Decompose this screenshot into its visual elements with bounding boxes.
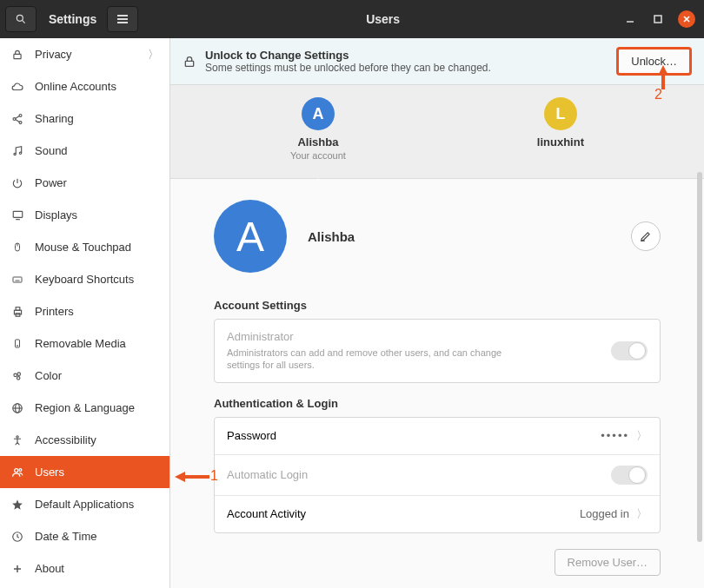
banner-sub: Some settings must be unlocked before th… — [205, 62, 491, 74]
profile-avatar: A — [214, 200, 287, 273]
sidebar-item-users[interactable]: Users — [0, 456, 169, 488]
printer-icon — [10, 306, 24, 318]
sidebar-item-about[interactable]: About — [0, 552, 169, 585]
sidebar-item-label: Date & Time — [35, 530, 97, 543]
sidebar-item-default-applications[interactable]: Default Applications — [0, 488, 169, 520]
svg-point-31 — [17, 346, 18, 347]
minimize-icon — [626, 15, 634, 23]
banner-text: Unlock to Change Settings Some settings … — [205, 49, 491, 74]
administrator-label: Administrator — [227, 330, 505, 343]
minimize-button[interactable] — [622, 11, 638, 27]
avatar: A — [302, 97, 335, 130]
svg-point-34 — [17, 376, 20, 380]
svg-point-38 — [17, 435, 18, 437]
sidebar-item-label: Color — [35, 369, 62, 382]
chevron-right-icon: 〉 — [636, 428, 648, 444]
sidebar-item-color[interactable]: Color — [0, 360, 169, 392]
auth-title: Authentication & Login — [214, 397, 661, 410]
close-icon — [682, 15, 691, 23]
svg-rect-28 — [16, 307, 20, 310]
user-card-linuxhint[interactable]: Llinuxhint — [537, 97, 584, 178]
content: Unlock to Change Settings Some settings … — [170, 38, 704, 588]
svg-rect-9 — [14, 54, 21, 58]
edit-name-button[interactable] — [631, 221, 661, 251]
palette-icon — [10, 370, 24, 382]
page-title: Users — [143, 12, 622, 26]
svg-line-14 — [16, 119, 20, 122]
user-name: Alishba — [297, 135, 338, 149]
lock-icon — [183, 55, 196, 69]
password-label: Password — [227, 429, 276, 442]
activity-value: Logged in — [580, 507, 629, 520]
sidebar-title: Settings — [49, 12, 96, 26]
close-button[interactable] — [678, 10, 695, 28]
sidebar-item-date-time[interactable]: Date & Time — [0, 520, 169, 552]
svg-line-13 — [16, 116, 20, 118]
lock-icon — [10, 49, 24, 61]
profile-row: A Alishba — [214, 200, 661, 273]
sidebar-item-accessibility[interactable]: Accessibility — [0, 424, 169, 456]
plus-icon — [10, 564, 24, 574]
sidebar-item-label: Keyboard Shortcuts — [35, 273, 134, 286]
sidebar-item-label: Displays — [35, 208, 77, 221]
activity-row[interactable]: Account Activity Logged in 〉 — [215, 496, 660, 532]
cloud-icon — [10, 81, 24, 93]
svg-point-39 — [14, 468, 17, 472]
sidebar-item-removable-media[interactable]: Removable Media — [0, 327, 169, 360]
banner-header: Unlock to Change Settings — [205, 49, 491, 62]
annotation-number-1: 1 — [210, 468, 218, 484]
window-controls — [622, 10, 704, 28]
accessibility-icon — [10, 434, 24, 446]
maximize-button[interactable] — [650, 11, 666, 27]
sidebar-item-label: Region & Language — [35, 401, 135, 414]
svg-rect-6 — [654, 16, 661, 23]
svg-point-32 — [14, 373, 17, 377]
unlock-banner: Unlock to Change Settings Some settings … — [170, 38, 704, 85]
sidebar-item-label: Users — [35, 466, 64, 479]
globe-icon — [10, 402, 24, 414]
password-row[interactable]: Password ••••• 〉 — [215, 418, 660, 455]
sidebar-item-region-language[interactable]: Region & Language — [0, 392, 169, 424]
sidebar-item-label: Sharing — [35, 112, 74, 125]
unlock-button[interactable]: Unlock… — [616, 47, 692, 76]
main: Privacy〉Online AccountsSharingSoundPower… — [0, 38, 704, 588]
activity-label: Account Activity — [227, 507, 306, 520]
pencil-icon — [640, 230, 652, 242]
sidebar-item-sharing[interactable]: Sharing — [0, 102, 169, 135]
user-card-alishba[interactable]: AAlishbaYour account — [290, 97, 346, 178]
sidebar-item-sound[interactable]: Sound — [0, 135, 169, 167]
sidebar-item-displays[interactable]: Displays — [0, 199, 169, 231]
keyboard-icon — [10, 274, 24, 285]
star-icon — [10, 499, 24, 511]
remove-user-button[interactable]: Remove User… — [555, 549, 661, 576]
display-icon — [10, 209, 24, 221]
sidebar[interactable]: Privacy〉Online AccountsSharingSoundPower… — [0, 38, 170, 588]
sidebar-item-label: Online Accounts — [35, 80, 116, 93]
user-switcher: AAlishbaYour accountLlinuxhint — [170, 85, 704, 179]
svg-line-1 — [22, 20, 24, 23]
avatar: L — [544, 97, 577, 130]
profile-name: Alishba — [308, 229, 355, 244]
maximize-icon — [654, 15, 662, 23]
password-value: ••••• — [601, 429, 629, 442]
sidebar-item-printers[interactable]: Printers — [0, 295, 169, 327]
sidebar-item-mouse-touchpad[interactable]: Mouse & Touchpad — [0, 231, 169, 263]
administrator-toggle[interactable] — [611, 341, 648, 360]
account-settings-title: Account Settings — [214, 299, 661, 312]
sidebar-item-privacy[interactable]: Privacy〉 — [0, 38, 169, 70]
sidebar-item-label: Power — [35, 176, 67, 189]
svg-point-40 — [18, 468, 21, 471]
sidebar-item-keyboard-shortcuts[interactable]: Keyboard Shortcuts — [0, 263, 169, 295]
sidebar-item-power[interactable]: Power — [0, 167, 169, 199]
search-button[interactable] — [5, 6, 37, 32]
sidebar-item-label: Default Applications — [35, 498, 134, 511]
administrator-row: Administrator Administrators can add and… — [215, 320, 660, 382]
scrollbar[interactable] — [696, 172, 703, 583]
auth-box: Password ••••• 〉 Automatic Login Account… — [214, 417, 661, 533]
sidebar-item-online-accounts[interactable]: Online Accounts — [0, 70, 169, 102]
annotation-number-2: 2 — [654, 87, 662, 102]
auto-login-toggle[interactable] — [611, 466, 648, 485]
svg-rect-44 — [185, 61, 193, 66]
hamburger-button[interactable] — [107, 6, 138, 32]
chevron-right-icon: 〉 — [636, 506, 648, 522]
